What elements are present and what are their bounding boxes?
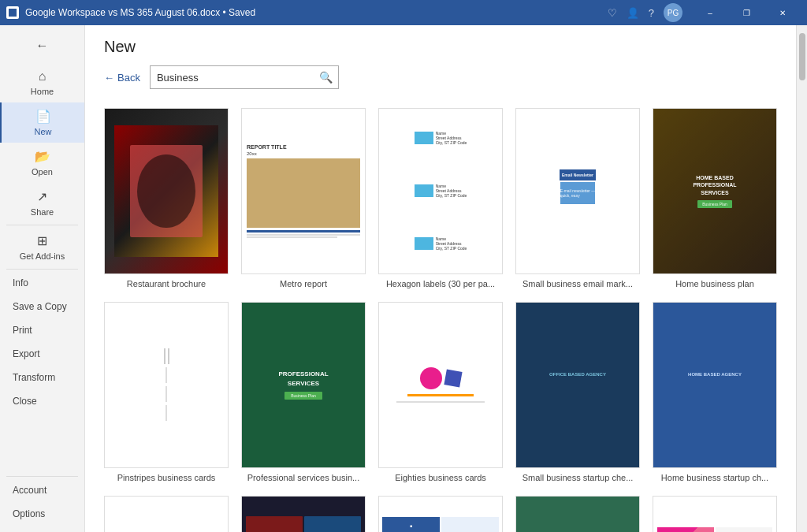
template-thumb: NP — [653, 496, 777, 532]
avatar[interactable]: PG — [664, 3, 682, 22]
restore-button[interactable]: ❐ — [728, 0, 764, 25]
sidebar-divider — [6, 225, 78, 225]
sidebar-item-export[interactable]: Export — [0, 342, 84, 366]
page-title: New — [104, 38, 777, 56]
new-icon: 📄 — [35, 109, 51, 124]
template-small-business-email[interactable]: Email Newsletter E-mail newsletter —quic… — [515, 108, 640, 289]
template-label: Pinstripes business cards — [104, 472, 229, 483]
help-icon[interactable]: ? — [649, 7, 654, 19]
template-label: Home business startup ch... — [653, 472, 777, 483]
template-home-business-startup[interactable]: HOME BASED AGENCY Home business startup … — [653, 302, 777, 483]
home-icon: ⌂ — [39, 69, 46, 84]
back-label: Back — [117, 72, 140, 84]
sidebar: ← ⌂ Home 📄 New 📂 Open ↗ Share ⊞ Get Add-… — [0, 25, 85, 532]
account-icon[interactable]: 👤 — [627, 7, 639, 19]
template-thumb: OFFICE BASED AGENCY — [515, 302, 640, 468]
sidebar-addins-label: Get Add-ins — [20, 251, 65, 261]
titlebar-left: Google Workspace vs MS 365 August 06.doc… — [6, 6, 255, 19]
template-label: Metro report — [241, 278, 366, 289]
sidebar-divider-2 — [6, 269, 78, 270]
back-arrow-icon: ← — [104, 72, 114, 84]
back-button[interactable]: ← Back — [104, 72, 140, 84]
search-row: ← Back 🔍 — [104, 65, 777, 89]
template-label: Small business startup che... — [515, 472, 640, 483]
template-big-wave-cards[interactable]: ■ Big wave business cards — [378, 496, 503, 532]
scrollbar[interactable] — [796, 25, 807, 532]
open-icon: 📂 — [35, 149, 50, 164]
sidebar-item-savecopy[interactable]: Save a Copy — [0, 295, 84, 318]
sidebar-share-label: Share — [31, 207, 54, 217]
template-thumb: HOME BASED AGENCY — [653, 302, 777, 468]
close-button[interactable]: ✕ — [764, 0, 801, 25]
sidebar-item-new[interactable]: 📄 New — [0, 102, 84, 143]
sidebar-open-label: Open — [32, 167, 53, 177]
template-label: Small business email mark... — [515, 278, 640, 289]
window-controls: – ❐ ✕ — [692, 0, 801, 25]
template-thumb: REPORT TITLE 20xx — [241, 108, 366, 274]
sidebar-divider-3 — [6, 476, 78, 477]
sidebar-item-info[interactable]: Info — [0, 271, 84, 295]
search-box: 🔍 — [150, 65, 339, 89]
search-input[interactable] — [151, 68, 314, 87]
template-geometric-cards[interactable]: NP Geometric business cards — [653, 496, 777, 532]
sidebar-home-label: Home — [31, 87, 54, 96]
template-home-business-plan[interactable]: HOME BASEDPROFESSIONALSERVICES Business … — [653, 108, 777, 289]
template-thumb: HOME BASEDPROFESSIONALSERVICES Business … — [653, 108, 777, 274]
template-restaurant-brochure[interactable]: Restaurant brochure — [104, 108, 229, 289]
template-thumb: ■ — [378, 496, 503, 532]
template-thumb: ✚ YOUR LOGOTYPEMEDICAL OFFICESTART UPBUS… — [515, 496, 640, 532]
template-hexagon-labels[interactable]: NameStreet AddressCity, ST ZIP Code Name… — [378, 108, 503, 289]
template-thumb — [241, 496, 366, 532]
sidebar-bottom: Account Options — [0, 474, 84, 532]
back-icon: ← — [36, 39, 49, 53]
sidebar-item-options[interactable]: Options — [0, 502, 84, 526]
template-professional-services[interactable]: PROFESSIONALSERVICES Business Plan Profe… — [241, 302, 366, 483]
template-small-business-startup[interactable]: OFFICE BASED AGENCY Small business start… — [515, 302, 640, 483]
template-eighties-cards[interactable]: Eighties business cards — [378, 302, 503, 483]
template-thumb — [104, 108, 229, 274]
template-thumb: Email Newsletter E-mail newsletter —quic… — [515, 108, 640, 274]
template-label: Restaurant brochure — [104, 278, 229, 289]
minimize-button[interactable]: – — [692, 0, 728, 25]
template-thumb — [104, 302, 229, 468]
titlebar: Google Workspace vs MS 365 August 06.doc… — [0, 0, 807, 25]
template-lotus-card[interactable]: Lotus business card — [241, 496, 366, 532]
sidebar-item-account[interactable]: Account — [0, 478, 84, 502]
sidebar-item-print[interactable]: Print — [0, 318, 84, 342]
share-icon: ↗ — [37, 189, 47, 204]
template-label: Eighties business cards — [378, 472, 503, 483]
scrollbar-thumb[interactable] — [799, 33, 805, 80]
templates-grid: Restaurant brochure REPORT TITLE 20xx Me… — [104, 108, 777, 532]
search-button[interactable]: 🔍 — [314, 66, 338, 88]
sidebar-item-share[interactable]: ↗ Share — [0, 183, 84, 223]
template-label: Hexagon labels (30 per pa... — [378, 278, 503, 289]
template-thumb: NameStreet AddressCity, ST ZIP Code Name… — [378, 108, 503, 274]
template-thumb: 📞 — [104, 496, 229, 532]
sidebar-new-label: New — [34, 127, 51, 136]
sidebar-item-back[interactable]: ← — [0, 28, 84, 63]
sidebar-top: ← ⌂ Home 📄 New 📂 Open ↗ Share ⊞ Get Add-… — [0, 28, 84, 474]
template-phone-script[interactable]: 📞 Phone script small business — [104, 496, 229, 532]
addins-icon: ⊞ — [37, 233, 47, 248]
sidebar-item-home[interactable]: ⌂ Home — [0, 63, 84, 102]
titlebar-right: ♡ 👤 ? PG – ❐ ✕ — [608, 0, 801, 25]
template-label: Professional services busin... — [241, 472, 366, 483]
app-logo — [6, 6, 19, 19]
main-content: New ← Back 🔍 — [85, 25, 796, 532]
sidebar-item-close[interactable]: Close — [0, 389, 84, 413]
sidebar-item-open[interactable]: 📂 Open — [0, 143, 84, 183]
sidebar-item-transform[interactable]: Transform — [0, 366, 84, 389]
template-label: Home business plan — [653, 278, 777, 289]
favorites-icon[interactable]: ♡ — [608, 7, 617, 19]
app-body: ← ⌂ Home 📄 New 📂 Open ↗ Share ⊞ Get Add-… — [0, 25, 807, 532]
template-healthcare-plan[interactable]: ✚ YOUR LOGOTYPEMEDICAL OFFICESTART UPBUS… — [515, 496, 640, 532]
template-thumb: PROFESSIONALSERVICES Business Plan — [241, 302, 366, 468]
templates-container[interactable]: Restaurant brochure REPORT TITLE 20xx Me… — [85, 102, 796, 532]
template-pinstripes-cards[interactable]: Pinstripes business cards — [104, 302, 229, 483]
template-thumb — [378, 302, 503, 468]
template-metro-report[interactable]: REPORT TITLE 20xx Metro report — [241, 108, 366, 289]
titlebar-title: Google Workspace vs MS 365 August 06.doc… — [25, 7, 255, 18]
main-header: New ← Back 🔍 — [85, 25, 796, 102]
sidebar-item-addins[interactable]: ⊞ Get Add-ins — [0, 227, 84, 267]
